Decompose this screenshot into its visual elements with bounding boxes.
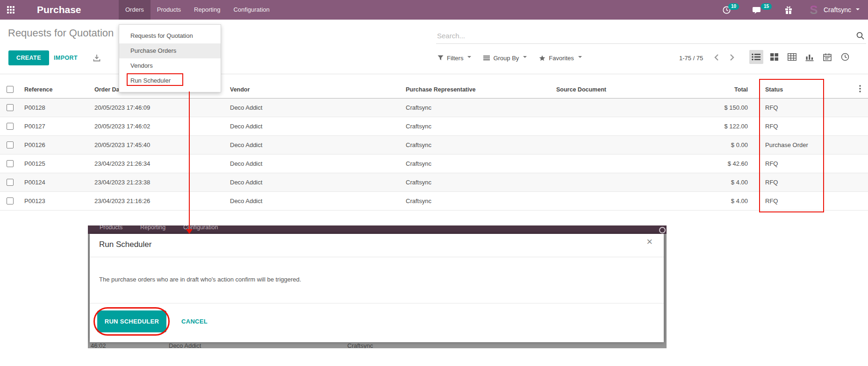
filters-dropdown[interactable]: Filters	[438, 55, 472, 62]
pager-next-icon[interactable]	[730, 54, 735, 63]
inset-bottom-row: 46:02Deco AddictCraftsync	[88, 342, 667, 348]
orders-table-body: P0012820/05/2023 17:46:09Deco AddictCraf…	[0, 98, 868, 210]
row-checkbox[interactable]	[7, 104, 14, 111]
dialog-title: Run Scheduler	[99, 240, 151, 249]
messages-badge: 15	[761, 3, 772, 10]
inset-nav-configuration: Configuration	[183, 225, 218, 231]
cell-vendor: Deco Addict	[223, 191, 399, 210]
table-row[interactable]: P0012523/04/2023 21:26:34Deco AddictCraf…	[0, 154, 868, 173]
cell-source	[550, 98, 667, 117]
search-input[interactable]	[437, 29, 844, 42]
filters-label: Filters	[447, 55, 463, 62]
chevron-down-icon	[856, 8, 860, 12]
nav-menu-products[interactable]: Products	[151, 0, 187, 20]
list-view-icon[interactable]	[749, 50, 763, 64]
pivot-view-icon[interactable]	[785, 50, 799, 64]
dimmed-row-fragment: 46:02	[91, 342, 106, 348]
column-header-source-document[interactable]: Source Document	[550, 81, 667, 98]
cell-total: $ 4.00	[667, 173, 759, 191]
search-icon[interactable]	[856, 31, 865, 42]
search-box	[436, 28, 866, 44]
dimmed-row-fragment: Craftsync	[347, 342, 373, 348]
create-button[interactable]: CREATE	[8, 50, 49, 65]
nav-menu-reporting[interactable]: Reporting	[187, 0, 227, 20]
cancel-button[interactable]: CANCEL	[181, 310, 208, 332]
page-title: Requests for Quotation	[8, 27, 114, 39]
import-button[interactable]: IMPORT	[54, 50, 78, 65]
cell-vendor: Deco Addict	[223, 98, 399, 117]
cell-order-date: 23/04/2023 21:23:38	[88, 173, 223, 191]
orders-dropdown: Requests for QuotationPurchase OrdersVen…	[119, 24, 221, 92]
column-header-purchase-representative[interactable]: Purchase Representative	[399, 81, 550, 98]
navbar-menus: OrdersProductsReportingConfiguration	[119, 0, 276, 20]
menu-item-run-scheduler[interactable]: Run Scheduler	[119, 73, 221, 88]
cell-representative: Craftsync	[399, 191, 550, 210]
table-row[interactable]: P0012820/05/2023 17:46:09Deco AddictCraf…	[0, 98, 868, 117]
chevron-down-icon	[523, 56, 527, 60]
cell-total: $ 122.00	[667, 117, 759, 135]
kanban-view-icon[interactable]	[767, 50, 781, 64]
column-header-status[interactable]: Status	[759, 81, 852, 98]
dialog-header-divider	[90, 257, 664, 257]
pager-previous-icon[interactable]	[714, 54, 719, 63]
nav-menu-orders[interactable]: Orders	[119, 0, 151, 20]
optional-columns-icon[interactable]	[852, 81, 868, 98]
run-scheduler-button[interactable]: RUN SCHEDULER	[97, 310, 166, 332]
table-row[interactable]: P0012423/04/2023 21:23:38Deco AddictCraf…	[0, 173, 868, 191]
dialog-body-text: The purchase orders who are in draft who…	[99, 276, 301, 283]
row-checkbox[interactable]	[7, 179, 14, 186]
activities-icon[interactable]	[722, 0, 731, 20]
dialog-footer-divider	[90, 303, 664, 303]
cell-vendor: Deco Addict	[223, 135, 399, 154]
favorites-label: Favorites	[549, 55, 574, 62]
menu-item-purchase-orders[interactable]: Purchase Orders	[119, 43, 221, 58]
menu-item-requests-for-quotation[interactable]: Requests for Quotation	[119, 28, 221, 43]
user-avatar[interactable]: S	[807, 3, 820, 16]
nav-menu-configuration[interactable]: Configuration	[227, 0, 276, 20]
cell-reference: P00125	[18, 154, 88, 173]
cell-order-date: 23/04/2023 21:16:26	[88, 191, 223, 210]
app-title[interactable]: Purchase	[37, 0, 81, 20]
favorites-dropdown[interactable]: Favorites	[539, 55, 582, 62]
graph-view-icon[interactable]	[803, 50, 817, 64]
activity-view-icon[interactable]	[838, 50, 852, 64]
search-filter-bar: Filters Group By Favorites	[438, 50, 594, 65]
table-row[interactable]: P0012323/04/2023 21:16:26Deco AddictCraf…	[0, 191, 868, 210]
close-icon[interactable]: ×	[646, 237, 653, 247]
cell-representative: Craftsync	[399, 173, 550, 191]
row-checkbox[interactable]	[7, 197, 14, 204]
row-checkbox[interactable]	[7, 160, 14, 167]
group-by-dropdown[interactable]: Group By	[483, 55, 528, 62]
row-checkbox[interactable]	[7, 141, 14, 148]
select-all-checkbox[interactable]	[7, 86, 14, 93]
calendar-view-icon[interactable]	[820, 50, 834, 64]
messages-icon[interactable]	[752, 0, 761, 20]
column-header-reference[interactable]: Reference	[18, 81, 88, 98]
run-scheduler-dialog: Run Scheduler × The purchase orders who …	[90, 234, 664, 342]
cell-vendor: Deco Addict	[223, 173, 399, 191]
cell-representative: Craftsync	[399, 135, 550, 154]
user-menu[interactable]: Craftsync	[824, 0, 860, 20]
view-switcher	[749, 50, 856, 64]
cell-status: RFQ	[759, 98, 852, 117]
table-row[interactable]: P0012720/05/2023 17:46:02Deco AddictCraf…	[0, 117, 868, 135]
cell-status: RFQ	[759, 117, 852, 135]
row-checkbox[interactable]	[7, 123, 14, 130]
menu-item-vendors[interactable]: Vendors	[119, 58, 221, 73]
cell-source	[550, 117, 667, 135]
purchase-app-screen: Purchase OrdersProductsReportingConfigur…	[0, 0, 868, 366]
star-icon	[539, 55, 545, 61]
table-row[interactable]: P0012620/05/2023 17:45:40Deco AddictCraf…	[0, 135, 868, 154]
apps-grid-icon[interactable]	[7, 6, 14, 14]
cell-vendor: Deco Addict	[223, 154, 399, 173]
cell-source	[550, 154, 667, 173]
chevron-down-icon	[467, 56, 471, 60]
dimmed-row-fragment: Deco Addict	[169, 342, 201, 348]
activities-badge: 10	[728, 3, 739, 10]
column-header-vendor[interactable]: Vendor	[223, 81, 399, 98]
column-header-total[interactable]: Total	[667, 81, 759, 98]
export-download-icon[interactable]	[93, 54, 100, 63]
gift-icon[interactable]	[784, 0, 793, 20]
cell-total: $ 150.00	[667, 98, 759, 117]
group-by-icon	[483, 55, 490, 61]
